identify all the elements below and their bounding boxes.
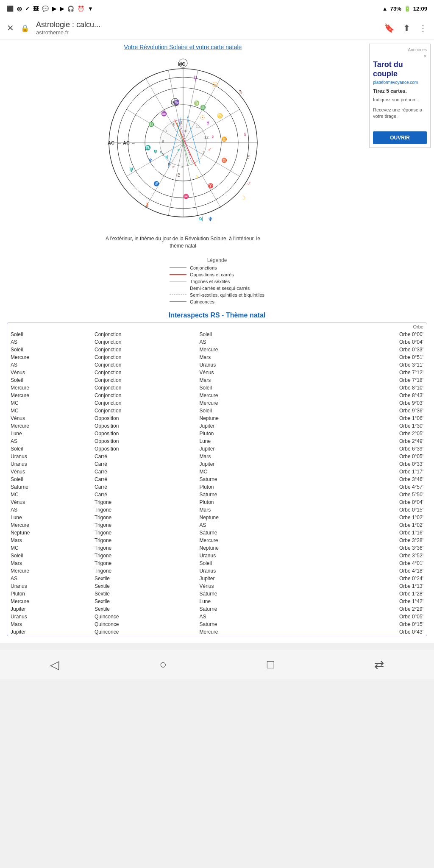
menu-button[interactable]: ⋮ — [419, 23, 427, 33]
ad-panel: Annonces ✕ Tarot du couple plateformevoy… — [369, 44, 431, 148]
svg-text:♃: ♃ — [198, 215, 203, 223]
interaspects-table: Orbe Soleil Conjonction Soleil Orbe 0°00… — [7, 323, 427, 636]
svg-text:☿: ☿ — [194, 75, 198, 81]
svg-text:♇: ♇ — [246, 154, 251, 160]
svg-text:11: 11 — [196, 125, 200, 129]
svg-text:♇: ♇ — [177, 172, 181, 178]
svg-text:☽: ☽ — [240, 195, 246, 201]
back-button[interactable]: ◁ — [47, 654, 63, 675]
svg-text:12: 12 — [204, 135, 209, 139]
wifi-icon: ▼ — [88, 6, 93, 12]
svg-text:♄: ♄ — [238, 89, 244, 95]
svg-text:♊: ♊ — [221, 136, 227, 142]
ad-x-icon[interactable]: ✕ — [373, 54, 427, 58]
table-row: MC Carré Saturne Orbe 5°50' — [7, 491, 427, 498]
status-info: ▲ 73% 🔋 12:09 — [382, 6, 427, 12]
table-row: MC Conjonction Mercure Orbe 9°03' — [7, 399, 427, 407]
table-row: Vénus Opposition Neptune Orbe 1°06' — [7, 415, 427, 422]
table-row: Lune Trigone Neptune Orbe 1°02' — [7, 514, 427, 521]
table-row: Mercure Trigone AS Orbe 1°02' — [7, 521, 427, 529]
lock-icon: 🔒 — [21, 24, 29, 32]
notification-icon: ⬛ — [7, 6, 14, 12]
svg-text:♎: ♎ — [200, 104, 206, 110]
bookmark-button[interactable]: 🔖 — [384, 23, 395, 33]
table-row: Jupiter Quinconce Mercure Orbe 0°43' — [7, 628, 427, 636]
page-title: Astrologie : calcu... — [36, 20, 377, 29]
svg-text:♏: ♏ — [145, 145, 151, 150]
table-row: Mars Quinconce Saturne Orbe 0°15' — [7, 620, 427, 628]
table-row: Saturne Carré Pluton Orbe 4°57' — [7, 483, 427, 491]
table-row: Lune Opposition Pluton Orbe 2°05' — [7, 430, 427, 437]
svg-text:☉: ☉ — [212, 81, 218, 88]
image-icon: 🖼 — [33, 6, 39, 12]
main-content: Votre Révolution Solaire et votre carte … — [0, 39, 434, 643]
clock: 12:09 — [413, 6, 427, 12]
table-row: Soleil Conjonction Mercure Orbe 0°33' — [7, 346, 427, 353]
legend-item-semi-sextiles: Semi-sextiles, quintiles et biquintiles — [170, 292, 264, 298]
svg-text:♀: ♀ — [242, 131, 248, 138]
table-row: Vénus Trigone Pluton Orbe 0°04' — [7, 498, 427, 506]
svg-text:♂: ♂ — [247, 180, 251, 186]
chart-area: Votre Révolution Solaire et votre carte … — [0, 44, 366, 250]
legend-item-conjonctions: Conjonctions — [170, 265, 217, 270]
svg-text:♀: ♀ — [211, 134, 215, 140]
browser-chrome: ✕ 🔒 Astrologie : calcu... astrotheme.fr … — [0, 17, 434, 39]
svg-text:♅: ♅ — [129, 167, 134, 173]
page-url: astrotheme.fr — [36, 29, 377, 36]
check-icon: ✓ — [25, 6, 30, 12]
table-row: AS Conjonction AS Orbe 0°04' — [7, 338, 427, 346]
svg-text:9: 9 — [180, 120, 182, 125]
svg-text:♆: ♆ — [208, 216, 213, 223]
ad-cta: Tirez 5 cartes. — [373, 88, 427, 94]
battery-icon: 🔋 — [404, 6, 411, 12]
svg-text:7: 7 — [165, 129, 167, 133]
table-row: Vénus Conjonction Vénus Orbe 7°12' — [7, 369, 427, 376]
svg-text:⚷: ⚷ — [145, 201, 149, 208]
interaspects-table-wrapper: Orbe Soleil Conjonction Soleil Orbe 0°00… — [7, 323, 427, 636]
table-row: Pluton Sextile Saturne Orbe 1°28' — [7, 590, 427, 598]
svg-text:AC: AC — [123, 140, 130, 145]
table-row: Mercure Sextile Lune Orbe 1°42' — [7, 598, 427, 605]
table-row: Mercure Trigone Uranus Orbe 4°18' — [7, 567, 427, 575]
svg-text:♐: ♐ — [153, 181, 159, 186]
table-row: Jupiter Sextile Saturne Orbe 2°29' — [7, 605, 427, 613]
table-row: Uranus Quinconce AS Orbe 0°05' — [7, 613, 427, 620]
svg-text:☽: ☽ — [194, 174, 198, 180]
svg-text:♎: ♎ — [148, 121, 154, 127]
switch-button[interactable]: ⇄ — [371, 654, 387, 675]
recent-apps-button[interactable]: □ — [264, 654, 278, 675]
battery-percent: 73% — [390, 6, 401, 12]
legend-item-trigones: Trigones et sextiles — [170, 279, 230, 284]
svg-text:♒: ♒ — [161, 111, 167, 117]
legend-section: Légende Conjonctions Oppositions et carr… — [0, 254, 434, 308]
table-header: Orbe — [7, 323, 427, 331]
svg-text:☿: ☿ — [206, 120, 209, 126]
home-button[interactable]: ○ — [156, 654, 170, 675]
table-row: Mars Trigone Soleil Orbe 4°01' — [7, 559, 427, 567]
svg-text:♉: ♉ — [221, 157, 227, 163]
chart-link[interactable]: Votre Révolution Solaire et votre carte … — [124, 44, 242, 50]
ad-open-button[interactable]: OUVRIR — [373, 131, 427, 144]
table-row: MC Conjonction Soleil Orbe 9°36' — [7, 407, 427, 415]
svg-text:AC: AC — [108, 140, 114, 145]
table-row: Soleil Carré Saturne Orbe 3°46' — [7, 476, 427, 483]
legend-item-demi-carres: Demi-carrés et sesqui-carrés — [170, 286, 250, 291]
signal-icon: ▲ — [382, 6, 388, 12]
table-row: Mercure Conjonction Soleil Orbe 8°10' — [7, 384, 427, 392]
legend-item-quinconces: Quinconces — [170, 299, 214, 304]
ad-text1: Indiquez son prénom. — [373, 97, 427, 103]
close-button[interactable]: ✕ — [7, 23, 14, 33]
top-section: Votre Révolution Solaire et votre carte … — [0, 39, 434, 254]
svg-text:1: 1 — [202, 150, 204, 154]
table-row: Soleil Conjonction Soleil Orbe 0°00' — [7, 331, 427, 338]
status-bar: ⬛ ◎ ✓ 🖼 💬 ▶ ▶ 🎧 ⏰ ▼ ▲ 73% 🔋 12:09 — [0, 0, 434, 17]
messenger-icon: 💬 — [42, 6, 49, 12]
share-button[interactable]: ⬆ — [403, 23, 410, 33]
svg-text:☉: ☉ — [200, 114, 205, 121]
table-row: AS Sextile Jupiter Orbe 0°24' — [7, 575, 427, 582]
status-icons: ⬛ ◎ ✓ 🖼 💬 ▶ ▶ 🎧 ⏰ ▼ — [7, 6, 93, 12]
table-row: Mercure Conjonction Mars Orbe 0°51' — [7, 353, 427, 361]
headset-icon: 🎧 — [67, 6, 74, 12]
table-row: Mercure Conjonction Mercure Orbe 8°43' — [7, 392, 427, 399]
table-row: Uranus Carré Jupiter Orbe 0°33' — [7, 460, 427, 468]
